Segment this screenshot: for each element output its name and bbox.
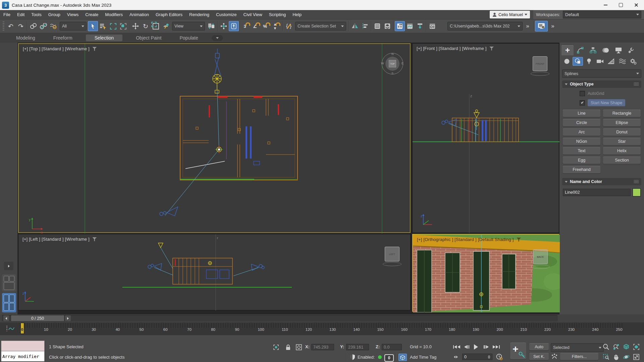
- viewcube-ortho[interactable]: BACK: [533, 249, 548, 264]
- mirror-icon[interactable]: [350, 21, 360, 31]
- select-and-move-icon[interactable]: [130, 21, 141, 31]
- z-coordinate-field[interactable]: [382, 344, 402, 350]
- notification-count-badge[interactable]: 0: [384, 354, 394, 362]
- viewport-top[interactable]: y x [+] [Top ] [Standard ] [Wireframe ] …: [18, 43, 411, 233]
- align-icon[interactable]: [360, 21, 370, 31]
- selection-filter-dropdown[interactable]: All: [60, 22, 87, 31]
- menu-item-group[interactable]: Group: [45, 10, 64, 19]
- viewport-left-label-text[interactable]: [+] [Left ] [Standard ] [Wireframe ]: [22, 237, 90, 242]
- absolute-mode-transform-icon[interactable]: [295, 344, 303, 351]
- menu-item-file[interactable]: File: [0, 10, 14, 19]
- time-slider-handle[interactable]: 0 / 250: [11, 315, 64, 321]
- current-frame-field[interactable]: [462, 354, 492, 360]
- shape-button-ngon[interactable]: NGon: [563, 138, 600, 145]
- object-color-swatch[interactable]: [633, 188, 641, 196]
- previous-frame-button[interactable]: [3, 315, 9, 321]
- select-and-link-icon[interactable]: [28, 21, 38, 31]
- time-slider-track[interactable]: [2, 315, 557, 321]
- menu-item-help[interactable]: Help: [289, 10, 305, 19]
- maxscript-macro-line[interactable]: [1, 341, 44, 351]
- ribbon-overflow-button[interactable]: [212, 35, 223, 41]
- set-keys-button[interactable]: +: [510, 343, 526, 359]
- menu-item-tools[interactable]: Tools: [28, 10, 45, 19]
- angle-snap-toggle-icon[interactable]: ∠: [251, 21, 261, 31]
- shape-category-dropdown[interactable]: Splines: [562, 69, 641, 78]
- viewport-front[interactable]: Z: [412, 43, 559, 233]
- shape-button-text[interactable]: Text: [563, 147, 600, 155]
- viewport-orthographic[interactable]: [+] [Orthographic ] [Standard ] [Default…: [412, 234, 559, 312]
- viewport-left[interactable]: z: [18, 234, 411, 310]
- geometry-category-icon[interactable]: [561, 57, 572, 66]
- shape-button-egg[interactable]: Egg: [563, 157, 600, 164]
- time-configuration-icon[interactable]: [496, 353, 503, 361]
- shape-button-freehand[interactable]: Freehand: [563, 166, 600, 173]
- filter-icon[interactable]: [517, 238, 521, 242]
- toolbar-overflow-chevron-2[interactable]: »: [548, 21, 558, 31]
- menu-item-edit[interactable]: Edit: [14, 10, 28, 19]
- menu-item-create[interactable]: Create: [82, 10, 102, 19]
- select-and-scale-icon[interactable]: [151, 21, 161, 31]
- ribbon-tab-populate[interactable]: Populate: [175, 35, 203, 41]
- orbit-icon[interactable]: [623, 353, 630, 361]
- shape-button-donut[interactable]: Donut: [603, 128, 641, 136]
- filter-icon[interactable]: [489, 47, 494, 51]
- filter-icon[interactable]: [92, 237, 97, 241]
- viewport-layout-tab-b-active[interactable]: [2, 293, 16, 312]
- start-new-shape-checkbox[interactable]: ✔: [580, 100, 585, 106]
- modify-tab[interactable]: [574, 45, 586, 55]
- shape-button-helix[interactable]: Helix: [603, 147, 641, 155]
- toolbar-drag-handle[interactable]: [3, 21, 4, 31]
- viewport-layout-tab-a[interactable]: [2, 274, 16, 292]
- shield-icon[interactable]: [349, 353, 356, 361]
- window-crossing-toggle-icon[interactable]: [118, 21, 128, 31]
- ribbon-tab-freeform[interactable]: Freeform: [49, 35, 77, 41]
- filter-icon[interactable]: [92, 47, 97, 51]
- viewport-top-label[interactable]: [+] [Top ] [Standard ] [Wireframe ]: [23, 46, 97, 51]
- render-production-icon[interactable]: [535, 21, 548, 32]
- space-warps-category-icon[interactable]: [617, 57, 627, 66]
- edit-named-selection-sets-icon[interactable]: {}: [284, 21, 294, 31]
- rectangular-selection-region-icon[interactable]: [108, 21, 118, 31]
- next-frame-button[interactable]: [65, 315, 71, 321]
- percent-snap-toggle-icon[interactable]: %: [261, 21, 271, 31]
- create-tab[interactable]: +: [561, 45, 574, 55]
- autogrid-checkbox[interactable]: [580, 91, 585, 96]
- mini-curve-editor-button[interactable]: [5, 323, 16, 334]
- menu-item-rendering[interactable]: Rendering: [186, 10, 213, 19]
- select-by-name-icon[interactable]: [98, 21, 108, 31]
- project-folder-dropdown[interactable]: C:\Users\gabeb...s\3ds Max 202: [447, 22, 523, 31]
- select-and-place-icon[interactable]: [161, 21, 171, 31]
- zoom-extents-icon[interactable]: [623, 343, 630, 351]
- start-new-shape-button[interactable]: Start New Shape: [588, 99, 625, 106]
- pan-icon[interactable]: [612, 353, 620, 361]
- menu-item-views[interactable]: Views: [64, 10, 82, 19]
- go-to-end-button[interactable]: [492, 343, 500, 351]
- hierarchy-tab[interactable]: [587, 45, 599, 55]
- menu-item-civil-view[interactable]: Civil View: [240, 10, 266, 19]
- key-mode-toggle-icon[interactable]: [452, 353, 460, 361]
- viewcube-compass[interactable]: TOP N E S W: [382, 53, 403, 74]
- zoom-extents-all-icon[interactable]: [633, 343, 640, 351]
- snap-toggle-3d-icon[interactable]: 3: [241, 21, 251, 31]
- ribbon-tab-selection[interactable]: Selection: [86, 35, 123, 41]
- shapes-category-icon[interactable]: [573, 57, 583, 66]
- go-to-start-button[interactable]: [452, 343, 461, 351]
- name-and-color-rollout-header[interactable]: Name and Color: [562, 178, 641, 185]
- keyboard-shortcut-override-toggle[interactable]: [229, 21, 239, 31]
- shape-button-rectangle[interactable]: Rectangle: [603, 110, 641, 117]
- menu-item-modifiers[interactable]: Modifiers: [102, 10, 126, 19]
- helpers-category-icon[interactable]: [606, 57, 616, 66]
- viewcube-left[interactable]: LEFT: [385, 247, 399, 261]
- unlink-selection-icon[interactable]: [38, 21, 48, 31]
- viewport-left-label[interactable]: [+] [Left ] [Standard ] [Wireframe ]: [22, 237, 97, 242]
- viewport-top-label-text[interactable]: [+] [Top ] [Standard ] [Wireframe ]: [23, 46, 90, 51]
- previous-key-button[interactable]: [462, 343, 471, 351]
- shape-button-line[interactable]: Line: [563, 110, 600, 117]
- viewcube-front[interactable]: FRONT: [533, 56, 547, 71]
- viewport-front-label[interactable]: [+] [Front ] [Standard ] [Wireframe ]: [417, 46, 494, 51]
- close-button[interactable]: [629, 0, 644, 10]
- workspace-dropdown[interactable]: Default: [563, 11, 641, 18]
- toggle-layer-explorer-icon[interactable]: [382, 21, 392, 31]
- shape-button-section[interactable]: Section: [603, 157, 641, 164]
- set-key-button[interactable]: Set K.: [529, 353, 549, 360]
